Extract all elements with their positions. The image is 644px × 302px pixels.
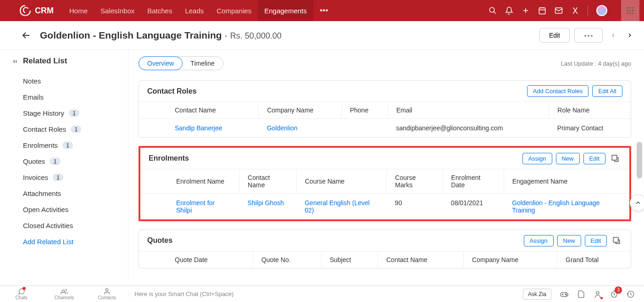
- last-update-text: Last Update : 4 day(s) ago: [561, 60, 631, 67]
- sidebar-list: Notes Emails Stage History1 Contact Role…: [13, 73, 128, 250]
- brand-logo[interactable]: CRM: [19, 5, 54, 17]
- record-amount: Rs. 50,000.00: [230, 31, 282, 41]
- edit-button[interactable]: Edit: [583, 153, 605, 164]
- col-contact-name: Contact Name: [378, 252, 464, 268]
- svg-point-4: [630, 7, 631, 9]
- sidebar-label: Quotes: [23, 157, 45, 165]
- col-phone: Phone: [341, 102, 388, 119]
- company-link[interactable]: Goldenlion: [259, 119, 342, 138]
- collapse-sidebar-icon[interactable]: [12, 58, 18, 66]
- new-button[interactable]: New: [556, 153, 580, 164]
- nav-leads[interactable]: Leads: [178, 0, 210, 21]
- sidebar-item-closed-activities[interactable]: Closed Activities: [13, 218, 128, 234]
- contact-link[interactable]: Sandip Banerjee: [139, 119, 259, 138]
- nav-more[interactable]: •••: [313, 0, 335, 21]
- sidebar-item-stage-history[interactable]: Stage History1: [13, 105, 128, 121]
- sidebar-item-attachments[interactable]: Attachments: [13, 185, 128, 201]
- svg-point-7: [630, 10, 631, 11]
- zoho-logo-icon: [19, 5, 31, 17]
- calendar-icon[interactable]: [538, 6, 546, 15]
- quotes-table: Quote Date Quote No. Subject Contact Nam…: [139, 251, 631, 268]
- col-engagement-name: Engagement Name: [504, 169, 629, 194]
- scroll-top-button[interactable]: [630, 195, 644, 211]
- new-button[interactable]: New: [557, 235, 581, 246]
- svg-point-6: [627, 10, 628, 11]
- sidebar-item-open-activities[interactable]: Open Activities: [13, 201, 128, 218]
- link-label: Add Related List: [23, 238, 73, 246]
- sidebar-item-contact-roles[interactable]: Contact Roles1: [13, 121, 128, 137]
- table-row[interactable]: Sandip Banerjee Goldenlion sandipbanerje…: [139, 119, 631, 138]
- sidebar-label: Notes: [23, 77, 41, 85]
- sidebar-item-invoices[interactable]: Invoices1: [13, 169, 128, 185]
- col-company-name: Company Name: [464, 252, 557, 268]
- record-title: Goldenlion - English Language Training: [40, 30, 222, 41]
- col-enrolment-date: Enrolment Date: [443, 169, 504, 194]
- svg-point-11: [633, 13, 634, 14]
- prev-record-icon[interactable]: [607, 29, 619, 41]
- col-course-marks: Course Marks: [387, 169, 443, 194]
- page-header: Goldenlion - English Language Training -…: [0, 21, 644, 50]
- count-badge: 1: [71, 125, 81, 133]
- table-row[interactable]: Enrolment for Shilpi Shilpi Ghosh Genera…: [140, 194, 629, 220]
- count-badge: 1: [69, 109, 79, 117]
- nav-salesinbox[interactable]: SalesInbox: [94, 0, 141, 21]
- plus-icon[interactable]: [522, 6, 530, 15]
- role-cell: Primary Contact: [549, 119, 631, 138]
- edit-button[interactable]: Edit: [539, 28, 570, 43]
- edit-button[interactable]: Edit: [585, 235, 607, 246]
- svg-point-13: [588, 35, 589, 37]
- nav-companies[interactable]: Companies: [210, 0, 258, 21]
- enrolment-link[interactable]: Enrolment for Shilpi: [140, 194, 239, 220]
- engagement-link[interactable]: Goldenlion - English Language Training: [504, 194, 629, 220]
- nav-home[interactable]: Home: [63, 0, 94, 21]
- assign-button[interactable]: Assign: [522, 153, 552, 164]
- header-icons: [489, 0, 639, 21]
- edit-all-button[interactable]: Edit All: [592, 85, 622, 97]
- assign-button[interactable]: Assign: [524, 235, 554, 246]
- page-title-block: Goldenlion - English Language Training -…: [40, 30, 539, 41]
- brand-name: CRM: [35, 6, 54, 16]
- tab-overview[interactable]: Overview: [139, 56, 183, 70]
- main-content: Overview Timeline Last Update : 4 day(s)…: [128, 50, 644, 280]
- count-badge: 1: [62, 141, 73, 149]
- sidebar-item-notes[interactable]: Notes: [13, 73, 128, 89]
- expand-icon[interactable]: [609, 152, 621, 164]
- nav-engagements[interactable]: Engagements: [258, 0, 313, 21]
- next-record-icon[interactable]: [624, 29, 636, 41]
- date-cell: 08/01/2021: [443, 194, 504, 220]
- more-button[interactable]: [574, 28, 603, 43]
- scrollbar-thumb[interactable]: [637, 142, 642, 179]
- col-role-name: Role Name: [549, 102, 631, 119]
- sidebar-item-enrolments[interactable]: Enrolments1: [13, 137, 128, 153]
- sidebar-item-quotes[interactable]: Quotes1: [13, 153, 128, 169]
- search-icon[interactable]: [489, 6, 497, 15]
- svg-point-5: [633, 7, 634, 9]
- contact-roles-table: Contact Name Company Name Phone Email Ro…: [139, 101, 631, 137]
- back-arrow-icon[interactable]: [21, 30, 32, 41]
- apps-grid-icon[interactable]: [621, 0, 639, 21]
- nav-batches[interactable]: Batches: [141, 0, 178, 21]
- count-badge: 1: [53, 173, 63, 181]
- tools-icon[interactable]: [571, 6, 579, 15]
- bell-icon[interactable]: [505, 6, 513, 15]
- svg-point-9: [627, 13, 628, 14]
- user-avatar[interactable]: [596, 5, 607, 16]
- col-contact-name: Contact Name: [239, 169, 297, 194]
- contact-roles-card: Contact Roles Add Contact Roles Edit All…: [139, 80, 631, 138]
- mail-icon[interactable]: [555, 6, 563, 15]
- col-grand-total: Grand Total: [557, 252, 631, 268]
- sidebar-item-emails[interactable]: Emails: [13, 89, 128, 105]
- course-link[interactable]: General English (Level 02): [296, 194, 387, 220]
- col-company-name: Company Name: [259, 102, 342, 119]
- add-related-list-link[interactable]: Add Related List: [13, 234, 128, 250]
- svg-rect-1: [539, 8, 545, 14]
- add-contact-roles-button[interactable]: Add Contact Roles: [527, 85, 588, 97]
- tab-timeline[interactable]: Timeline: [182, 57, 222, 70]
- expand-icon[interactable]: [611, 235, 622, 246]
- svg-point-3: [627, 7, 628, 9]
- toggle-pills: Overview Timeline: [139, 56, 223, 70]
- contact-link[interactable]: Shilpi Ghosh: [239, 194, 297, 220]
- sidebar-label: Contact Roles: [23, 125, 66, 133]
- col-course-name: Course Name: [296, 169, 387, 194]
- sidebar-title: Related List: [23, 56, 128, 66]
